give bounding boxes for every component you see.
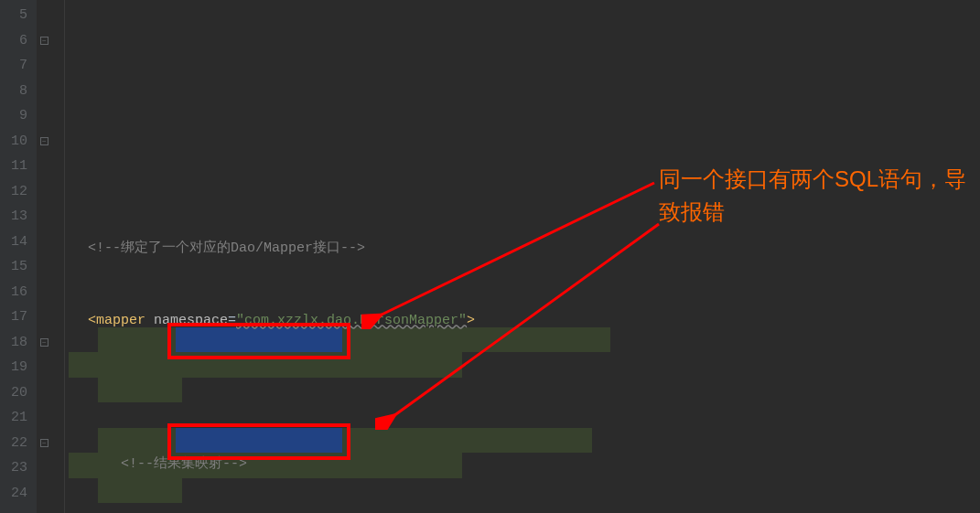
line-number: 11 [0, 154, 27, 179]
line-number: 5 [0, 3, 27, 28]
line-number: 10 [0, 129, 27, 155]
line-number: 13 [0, 204, 27, 230]
fold-marker-icon[interactable]: − [40, 439, 48, 447]
line-number: 17 [0, 305, 27, 330]
fold-marker-icon[interactable]: − [40, 37, 48, 45]
line-number: 12 [0, 179, 27, 205]
line-number: 24 [0, 481, 27, 507]
line-number: 20 [0, 380, 27, 406]
xml-comment: <!--绑定了一个对应的Dao/Mapper接口--> [88, 240, 365, 256]
line-number: 8 [0, 79, 27, 104]
line-number: 7 [0, 53, 27, 79]
fold-marker-icon[interactable]: − [40, 338, 48, 347]
annotation-text: 同一个接口有两个SQL语句，导致报错 [659, 163, 970, 229]
line-number: 19 [0, 355, 27, 380]
fold-column: − − − − [37, 0, 55, 513]
line-number: 15 [0, 254, 27, 280]
line-number: 18 [0, 330, 27, 356]
line-number: 23 [0, 455, 27, 481]
code-area[interactable]: <!--绑定了一个对应的Dao/Mapper接口--> <mapper name… [55, 0, 980, 513]
line-number: 6 [0, 28, 27, 54]
line-number-gutter: 5 6 7 8 9 10 11 12 13 14 15 16 17 18 19 … [0, 0, 37, 513]
xml-tag: <mapper [88, 313, 154, 328]
line-number: 16 [0, 280, 27, 305]
line-number: 9 [0, 103, 27, 129]
line-number: 22 [0, 431, 27, 456]
line-number: 14 [0, 230, 27, 255]
code-editor[interactable]: 5 6 7 8 9 10 11 12 13 14 15 16 17 18 19 … [0, 0, 980, 513]
line-number: 21 [0, 405, 27, 431]
fold-marker-icon[interactable]: − [40, 137, 48, 145]
